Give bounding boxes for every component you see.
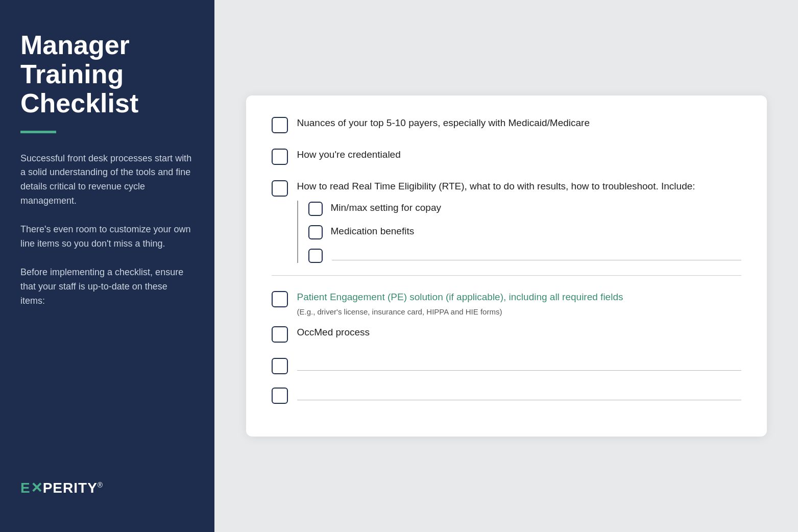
blank-line-7 <box>297 360 741 371</box>
item-subtext-5: (E.g., driver's license, insurance card,… <box>297 306 623 317</box>
left-content: Manager Training Checklist Successful fr… <box>20 31 194 323</box>
item-text-1: Nuances of your top 5-10 payers, especia… <box>297 116 590 130</box>
list-item: How you're credentialed <box>272 148 741 165</box>
logo-area: E✕PERITY® <box>20 479 194 496</box>
checkbox-3c[interactable] <box>308 249 323 263</box>
list-item-pe: Patient Engagement (PE) solution (if app… <box>272 290 741 317</box>
list-item: Nuances of your top 5-10 payers, especia… <box>272 116 741 133</box>
title-divider <box>20 131 56 133</box>
left-panel: Manager Training Checklist Successful fr… <box>0 0 214 532</box>
list-item: Min/max setting for copay <box>308 201 741 216</box>
list-item: OccMed process <box>272 325 741 343</box>
section-divider <box>272 275 741 276</box>
checkbox-3[interactable] <box>272 180 288 197</box>
blank-line <box>332 250 741 260</box>
rte-sub-items: Min/max setting for copay Medication ben… <box>297 201 741 263</box>
checkbox-6[interactable] <box>272 326 288 343</box>
checkbox-2[interactable] <box>272 149 288 165</box>
logo-registered: ® <box>98 481 103 489</box>
item-text-5: Patient Engagement (PE) solution (if app… <box>297 290 623 304</box>
checkbox-3a[interactable] <box>308 202 323 216</box>
list-item-rte: How to read Real Time Eligibility (RTE),… <box>272 179 741 263</box>
logo: E✕PERITY® <box>20 479 103 496</box>
checkbox-8[interactable] <box>272 388 288 404</box>
item-text-6: OccMed process <box>297 325 370 340</box>
description-3: Before implementing a checklist, ensure … <box>20 265 194 308</box>
list-item: Medication benefits <box>308 224 741 239</box>
list-item-blank-sub <box>308 248 741 263</box>
list-item-blank-8 <box>272 386 741 404</box>
pe-content: Patient Engagement (PE) solution (if app… <box>297 290 623 317</box>
item-text-3: How to read Real Time Eligibility (RTE),… <box>297 179 695 194</box>
description-1: Successful front desk processes start wi… <box>20 152 194 209</box>
checkbox-3b[interactable] <box>308 225 323 239</box>
checkbox-5[interactable] <box>272 291 288 307</box>
checkbox-7[interactable] <box>272 358 288 374</box>
checkbox-1[interactable] <box>272 117 288 133</box>
description-2: There's even room to customize your own … <box>20 223 194 251</box>
blank-line-8 <box>297 390 741 400</box>
pe-header: Patient Engagement (PE) solution (if app… <box>272 290 741 317</box>
item-text-2: How you're credentialed <box>297 148 401 162</box>
list-item-blank-7 <box>272 357 741 374</box>
checklist-card: Nuances of your top 5-10 payers, especia… <box>246 95 767 437</box>
item-text-3a: Min/max setting for copay <box>331 201 441 215</box>
page-title: Manager Training Checklist <box>20 31 194 118</box>
item-text-3b: Medication benefits <box>331 224 415 238</box>
right-panel: Nuances of your top 5-10 payers, especia… <box>214 0 798 532</box>
logo-x: E✕ <box>20 480 43 496</box>
rte-header: How to read Real Time Eligibility (RTE),… <box>272 179 741 197</box>
